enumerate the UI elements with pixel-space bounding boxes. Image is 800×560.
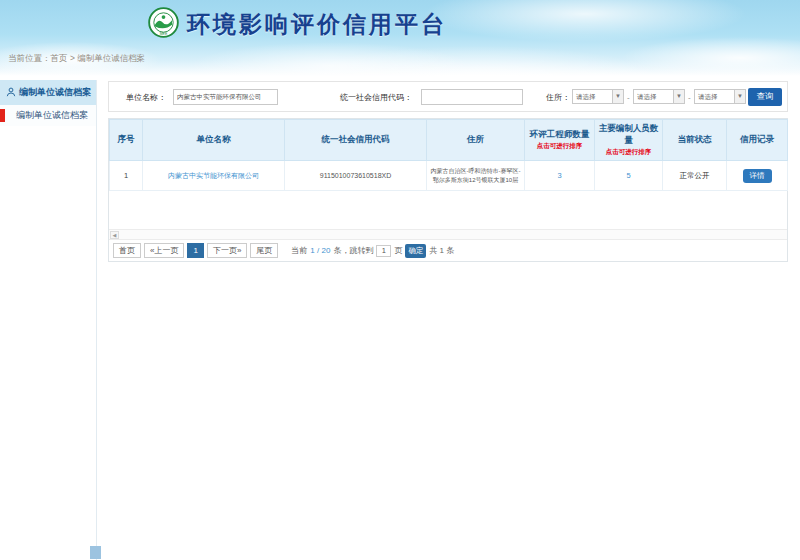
col-engineer-count-label: 环评工程师数量	[526, 129, 593, 141]
chevron-down-icon[interactable]: ▼	[734, 90, 745, 103]
row-credit-code: 9115010073610518XD	[285, 161, 427, 191]
col-credit-code: 统一社会信用代码	[285, 120, 427, 161]
province-select-value: 请选择	[573, 90, 612, 103]
district-select[interactable]: 请选择 ▼	[694, 89, 746, 104]
district-select-value: 请选择	[695, 90, 734, 103]
last-page-button[interactable]: 尾页	[250, 243, 278, 258]
pagination-total: 共 1 条	[429, 245, 454, 256]
page-jump-input[interactable]	[376, 245, 391, 257]
prev-page-button[interactable]: «上一页	[144, 243, 184, 258]
row-index: 1	[110, 161, 143, 191]
horizontal-scrollbar[interactable]: ◀	[109, 229, 787, 240]
pagination: 首页 «上一页 1 下一页» 尾页 当前 1 / 20 条，跳转到 页 确定 共…	[109, 240, 787, 261]
staff-count-link[interactable]: 5	[626, 171, 630, 180]
mee-logo-icon: MEE	[148, 7, 179, 38]
credit-code-input[interactable]	[421, 89, 523, 105]
pagination-current-label: 当前	[291, 245, 307, 256]
sidebar: 编制单位诚信档案 编制单位诚信档案	[0, 80, 96, 560]
breadcrumb-current: 编制单位诚信档案	[77, 53, 145, 63]
address-label: 住所：	[546, 92, 570, 103]
pagination-count: 1 / 20	[310, 246, 330, 255]
active-item-marker	[0, 109, 5, 122]
sidebar-divider	[96, 80, 97, 560]
top-banner: MEE 环境影响评价信用平台 当前位置：首页 > 编制单位诚信档案	[0, 0, 800, 76]
col-credit-record: 信用记录	[727, 120, 788, 161]
table-header-row: 序号 单位名称 统一社会信用代码 住所 环评工程师数量 点击可进行排序 主要编制…	[110, 120, 788, 161]
jump-confirm-button[interactable]: 确定	[405, 244, 426, 258]
query-button[interactable]: 查询	[748, 88, 782, 106]
scroll-left-icon[interactable]: ◀	[110, 231, 119, 239]
col-address: 住所	[427, 120, 525, 161]
detail-button[interactable]: 详情	[743, 169, 772, 183]
page-1-button[interactable]: 1	[187, 243, 203, 258]
company-name-link[interactable]: 内蒙古中实节能环保有限公司	[168, 172, 259, 179]
company-name-input[interactable]	[173, 89, 278, 105]
col-index: 序号	[110, 120, 143, 161]
address-dash: -	[627, 93, 630, 102]
breadcrumb-label: 当前位置：	[8, 53, 51, 63]
col-engineer-count-sortable[interactable]: 环评工程师数量 点击可进行排序	[525, 120, 595, 161]
engineer-count-link[interactable]: 3	[557, 171, 561, 180]
results-table-container: 序号 单位名称 统一社会信用代码 住所 环评工程师数量 点击可进行排序 主要编制…	[108, 118, 788, 262]
province-select[interactable]: 请选择 ▼	[572, 89, 624, 104]
row-address: 内蒙古自治区-呼和浩特市-赛罕区-鄂尔多斯东街12号银联大厦10层	[427, 161, 525, 191]
breadcrumb: 当前位置：首页 > 编制单位诚信档案	[8, 53, 145, 65]
page: MEE 环境影响评价信用平台 当前位置：首页 > 编制单位诚信档案 编制单位诚信…	[0, 0, 800, 560]
pagination-info: 当前 1 / 20 条，跳转到 页 确定 共 1 条	[291, 244, 454, 258]
sort-hint: 点击可进行排序	[596, 148, 661, 157]
credit-code-label: 统一社会信用代码：	[340, 92, 412, 103]
results-table: 序号 单位名称 统一社会信用代码 住所 环评工程师数量 点击可进行排序 主要编制…	[109, 119, 788, 191]
sidebar-item-label: 编制单位诚信档案	[16, 110, 88, 120]
breadcrumb-home-link[interactable]: 首页	[51, 53, 68, 63]
table-row: 1 内蒙古中实节能环保有限公司 9115010073610518XD 内蒙古自治…	[110, 161, 788, 191]
address-dash: -	[688, 93, 691, 102]
svg-text:MEE: MEE	[160, 32, 168, 36]
scroll-corner-widget[interactable]	[90, 546, 101, 559]
person-icon	[6, 87, 16, 99]
sidebar-header-label: 编制单位诚信档案	[19, 86, 91, 99]
row-status: 正常公开	[663, 161, 727, 191]
col-staff-count-label: 主要编制人员数量	[596, 123, 661, 147]
sidebar-item-credit-archive[interactable]: 编制单位诚信档案	[0, 105, 96, 126]
city-select[interactable]: 请选择 ▼	[633, 89, 685, 104]
pagination-page-label: 页	[394, 245, 402, 256]
page-title: 环境影响评价信用平台	[187, 9, 447, 40]
col-staff-count-sortable[interactable]: 主要编制人员数量 点击可进行排序	[595, 120, 663, 161]
col-status: 当前状态	[663, 120, 727, 161]
chevron-down-icon[interactable]: ▼	[673, 90, 684, 103]
col-company-name: 单位名称	[143, 120, 285, 161]
company-name-label: 单位名称：	[126, 92, 166, 103]
breadcrumb-separator: >	[70, 53, 75, 63]
pagination-mid-label: 条，跳转到	[333, 245, 373, 256]
sidebar-menu-header[interactable]: 编制单位诚信档案	[0, 80, 96, 105]
next-page-button[interactable]: 下一页»	[207, 243, 247, 258]
search-form: 单位名称： 统一社会信用代码： 住所： 请选择 ▼ - 请选择 ▼ - 请选择 …	[108, 81, 788, 112]
chevron-down-icon[interactable]: ▼	[612, 90, 623, 103]
first-page-button[interactable]: 首页	[113, 243, 141, 258]
city-select-value: 请选择	[634, 90, 673, 103]
sort-hint: 点击可进行排序	[526, 142, 593, 151]
